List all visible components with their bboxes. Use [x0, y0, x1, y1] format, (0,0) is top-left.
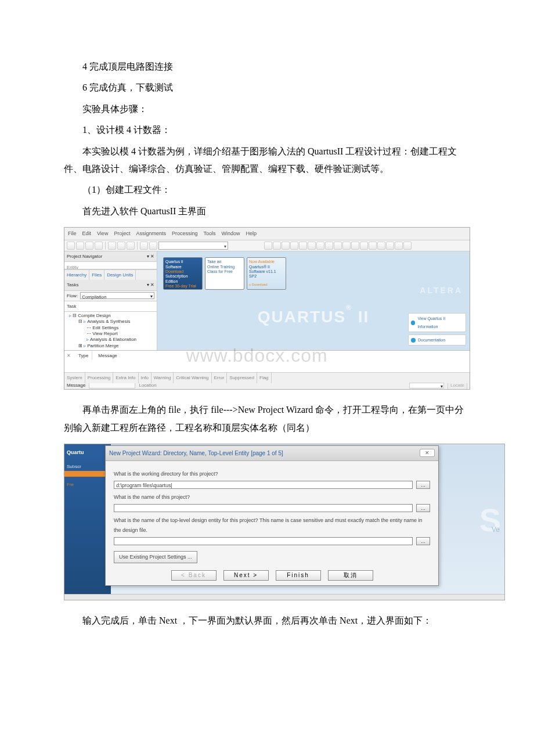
card-line: Quartus II Software [165, 260, 200, 269]
card-download-link[interactable]: » Download [249, 283, 284, 287]
bg-large-letter: S [479, 489, 501, 551]
tool-save-icon[interactable] [85, 242, 93, 250]
finish-button[interactable]: Finish [276, 570, 321, 581]
tool-misc-icon[interactable] [308, 242, 316, 250]
msg-tab-critical[interactable]: Critical Warning [174, 373, 211, 383]
menu-file[interactable]: File [68, 229, 77, 239]
view-quartus-info-link[interactable]: View Quartus II Information [408, 313, 466, 332]
menu-processing[interactable]: Processing [172, 229, 198, 239]
entity-column-header: Entity [67, 263, 154, 269]
toolbar-project-select[interactable] [158, 242, 228, 250]
card-line: Take an [207, 260, 242, 264]
msg-tab-system[interactable]: System [64, 373, 85, 383]
step-6: 6 完成仿真，下载测试 [64, 79, 470, 96]
tool-compile-icon[interactable] [316, 242, 324, 250]
tool-misc-icon[interactable] [299, 242, 307, 250]
tool-copy-icon[interactable] [117, 242, 125, 250]
step-1-design: 1、设计模 4 计数器： [64, 121, 470, 139]
tool-misc-icon[interactable] [290, 242, 298, 250]
menu-help[interactable]: Help [246, 229, 257, 239]
panel-controls-icon[interactable]: ▾ ✕ [147, 252, 154, 261]
msg-tab-processing[interactable]: Processing [85, 373, 114, 383]
browse-project-button[interactable]: ... [416, 504, 430, 512]
msg-tab-extrainfo[interactable]: Extra Info [113, 373, 138, 383]
card-line: Class for Free [207, 269, 242, 274]
tool-open-icon[interactable] [76, 242, 84, 250]
left-panel: Project Navigator ▾ ✕ Entity Compilation… [64, 251, 157, 350]
tool-misc-icon[interactable] [360, 242, 368, 250]
use-existing-settings-button[interactable]: Use Existing Project Settings ... [114, 551, 197, 563]
card-line: Software v11.1 SP2 [249, 269, 284, 279]
tool-misc-icon[interactable] [325, 242, 333, 250]
close-icon[interactable]: ✕ [420, 449, 435, 457]
promo-card-training[interactable]: Take an Online Training Class for Free [205, 257, 244, 290]
tool-undo-icon[interactable] [140, 242, 148, 250]
menu-edit[interactable]: Edit [82, 229, 92, 239]
tool-misc-icon[interactable] [342, 242, 351, 250]
msg-tab-info[interactable]: Info [139, 373, 151, 383]
flow-value: Compilation [81, 294, 106, 300]
heading-steps: 实验具体步骤： [64, 100, 470, 118]
cancel-button[interactable]: 取消 [328, 570, 373, 581]
new-project-wizard-screenshot: Quartu Subscr Fre S Ve New Project Wizar… [64, 444, 505, 600]
substep-1-1: （1）创建工程文件： [64, 181, 470, 199]
tool-misc-icon[interactable] [395, 242, 403, 250]
bdocx-watermark: www.bdocx.com [186, 338, 327, 373]
tool-misc-icon[interactable] [351, 242, 359, 250]
tool-misc-icon[interactable] [282, 242, 290, 250]
msg-expand-icon[interactable]: ✕ [67, 351, 73, 360]
tab-hierarchy[interactable]: Hierarchy [64, 270, 89, 280]
tool-misc-icon[interactable] [377, 242, 385, 250]
dialog-title: New Project Wizard: Directory, Name, Top… [109, 448, 283, 459]
tool-misc-icon[interactable] [273, 242, 281, 250]
msg-tab-flag[interactable]: Flag [257, 373, 272, 383]
browse-directory-button[interactable]: ... [416, 481, 430, 489]
tool-misc-icon[interactable] [386, 242, 394, 250]
flow-select[interactable]: Compilation [80, 292, 154, 299]
tab-files[interactable]: Files [89, 270, 104, 280]
working-directory-input[interactable]: d:\program files\quartus| [114, 481, 413, 489]
msg-tab-suppressed[interactable]: Suppressed [227, 373, 257, 383]
tree-analysis-synthesis[interactable]: Analysis & Synthesis [87, 319, 130, 324]
panel-controls-icon[interactable]: ▾ ✕ [147, 280, 154, 289]
quartus-main-screenshot: File Edit View Project Assignments Proce… [64, 227, 470, 390]
menu-assignments[interactable]: Assignments [136, 229, 166, 239]
tool-misc-icon[interactable] [334, 242, 342, 250]
tasks-panel-title: Tasks ▾ ✕ [64, 280, 157, 290]
tree-view-report[interactable]: View Report [92, 331, 117, 336]
instruction-new-project-wizard: 再单击界面左上角的 file，执行 file--->New Project Wi… [64, 401, 470, 437]
browse-entity-button[interactable]: ... [416, 537, 430, 545]
instruction-after-input: 输入完成后，单击 Next ，下一界面为默认界面，然后再次单击 Next，进入界… [64, 612, 470, 629]
info-dot-icon [411, 321, 415, 325]
next-button[interactable]: Next > [223, 570, 269, 581]
tree-edit-settings[interactable]: Edit Settings [92, 325, 118, 330]
status-message-input[interactable] [89, 383, 135, 388]
tree-partition-merge[interactable]: Partition Merge [87, 343, 118, 348]
msg-tab-warning[interactable]: Warning [151, 373, 174, 383]
tree-compile-design[interactable]: Compile Design [78, 313, 110, 318]
top-entity-input[interactable] [114, 537, 413, 545]
project-name-input[interactable] [114, 504, 413, 512]
tree-analysis-elaboration[interactable]: Analysis & Elaboration [90, 337, 136, 342]
promo-card-subscription[interactable]: Quartus II Software Download Subscriptio… [163, 257, 203, 290]
tool-cut-icon[interactable] [108, 242, 116, 250]
menu-tools[interactable]: Tools [203, 229, 215, 239]
wizard-dialog: New Project Wizard: Directory, Name, Top… [105, 445, 439, 586]
tool-print-icon[interactable] [95, 242, 103, 250]
promo-card-update[interactable]: Now Available Quartus® II Software v11.1… [247, 257, 286, 290]
back-button[interactable]: < Back [171, 570, 217, 581]
msg-tab-error[interactable]: Error [212, 373, 228, 383]
documentation-link[interactable]: Documentation [408, 334, 466, 345]
status-location-select[interactable] [409, 383, 444, 388]
card-line: Free 30-day Trial [165, 284, 200, 289]
menu-project[interactable]: Project [114, 229, 130, 239]
tool-help-icon[interactable] [403, 242, 412, 250]
tool-misc-icon[interactable] [264, 242, 272, 250]
tool-misc-icon[interactable] [369, 242, 377, 250]
tool-paste-icon[interactable] [127, 242, 135, 250]
tab-design-units[interactable]: Design Units [104, 270, 136, 280]
tool-redo-icon[interactable] [149, 242, 157, 250]
tool-new-icon[interactable] [67, 242, 75, 250]
menu-view[interactable]: View [97, 229, 108, 239]
menu-window[interactable]: Window [221, 229, 240, 239]
